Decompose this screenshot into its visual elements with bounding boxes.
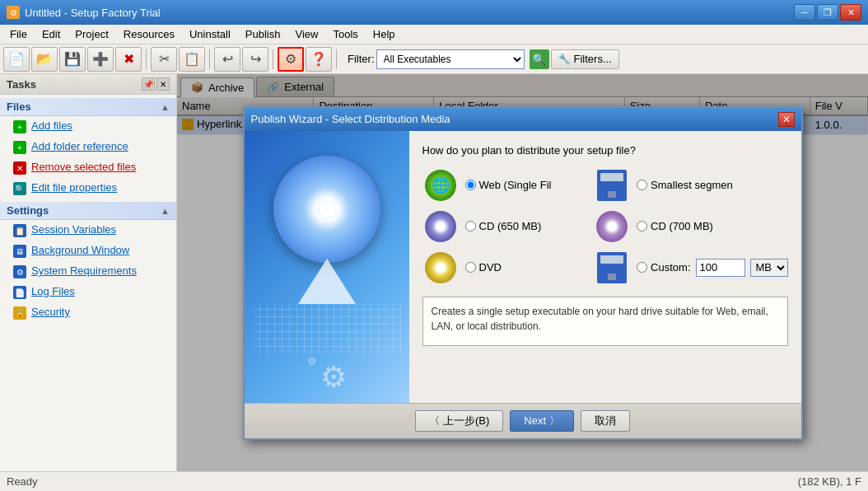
cd-graphic (273, 156, 380, 263)
toolbar-save[interactable]: 💾 (59, 47, 86, 72)
dvd-hole (436, 264, 445, 272)
settings-collapse-icon[interactable]: ▲ (161, 206, 170, 216)
dialog-close-button[interactable]: ✕ (778, 112, 795, 127)
toolbar-delete[interactable]: ✖ (115, 47, 142, 72)
restore-button[interactable]: ❐ (817, 4, 838, 21)
back-button[interactable]: 〈 上一步(B) (415, 410, 503, 432)
dialog-title: Publish Wizard - Select Distribution Med… (251, 113, 450, 125)
floppy-disc-icon (597, 170, 627, 201)
dvd-radio-label[interactable]: DVD (465, 261, 502, 274)
web-radio[interactable] (465, 180, 476, 190)
dvd-radio[interactable] (465, 262, 476, 273)
toolbar-filter-icon[interactable]: 🔍 (530, 49, 549, 69)
option-cd650: CD (650 MB) (422, 211, 588, 242)
next-button[interactable]: Next 〉 (510, 410, 573, 432)
custom-radio[interactable] (637, 262, 647, 273)
files-section-header: Files ▲ (0, 98, 176, 116)
sidebar-item-system-req[interactable]: ⚙ System Requirements (0, 261, 176, 282)
menu-resources[interactable]: Resources (117, 26, 181, 42)
log-files-icon: 📄 (13, 286, 26, 299)
option-smallest: Smallest segmen (594, 170, 787, 201)
dvd-disc-icon (425, 252, 456, 283)
security-icon: 🔒 (13, 306, 26, 320)
menu-edit[interactable]: Edit (35, 26, 67, 42)
toolbar-new[interactable]: 📄 (3, 47, 30, 72)
app-icon: ⚙ (7, 6, 20, 19)
add-files-icon: + (13, 120, 26, 133)
cd700-radio-label[interactable]: CD (700 MB) (637, 220, 713, 232)
sidebar-item-log-files[interactable]: 📄 Log Files (0, 282, 176, 302)
sidebar-item-background-label: Background Window (31, 244, 129, 258)
menu-publish[interactable]: Publish (239, 26, 287, 42)
sidebar-item-add-files-label: Add files (31, 119, 72, 133)
custom-floppy-door (608, 274, 616, 280)
sidebar-item-security[interactable]: 🔒 Security (0, 302, 176, 323)
files-collapse-icon[interactable]: ▲ (161, 102, 170, 112)
toolbar-help[interactable]: ❓ (306, 47, 332, 72)
dialog-footer: 〈 上一步(B) Next 〉 取消 (245, 403, 801, 438)
remove-files-icon: ✕ (13, 161, 26, 175)
session-vars-icon: 📋 (13, 224, 26, 237)
toolbar-open[interactable]: 📂 (31, 47, 58, 72)
toolbar-copy[interactable]: 📋 (179, 47, 205, 72)
toolbar-add[interactable]: ➕ (87, 47, 114, 72)
smallest-radio-label[interactable]: Smallest segmen (637, 179, 733, 191)
menu-project[interactable]: Project (68, 26, 114, 42)
status-right: (182 KB), 1 F (798, 475, 861, 488)
custom-row: Custom: MB (637, 259, 787, 277)
close-button[interactable]: ✕ (840, 4, 861, 21)
sidebar-item-add-files[interactable]: + Add files (0, 116, 176, 137)
menu-help[interactable]: Help (366, 26, 402, 42)
menu-tools[interactable]: Tools (326, 26, 364, 42)
custom-unit-select[interactable]: MB (750, 259, 788, 277)
menu-file[interactable]: File (3, 26, 34, 42)
web-disc-icon: 🌐 (425, 170, 456, 201)
smallest-radio[interactable] (637, 180, 647, 190)
filter-select[interactable]: All Executables (376, 49, 525, 69)
web-icon: 🌐 (422, 170, 459, 201)
dialog-image: ⚙⚙ (245, 131, 409, 403)
app-title: Untitled - Setup Factory Trial (25, 7, 161, 19)
custom-radio-label[interactable]: Custom: (637, 261, 690, 274)
menu-view[interactable]: View (288, 26, 324, 42)
window-controls: ─ ❐ ✕ (794, 4, 861, 21)
toolbar-cut[interactable]: ✂ (151, 47, 177, 72)
cd700-disc-icon (596, 211, 628, 242)
web-label: Web (Single Fil (479, 179, 552, 191)
sidebar-item-session-vars[interactable]: 📋 Session Variables (0, 220, 176, 241)
sidebar-item-security-label: Security (31, 306, 70, 320)
cancel-button[interactable]: 取消 (581, 410, 630, 432)
cd650-radio-label[interactable]: CD (650 MB) (465, 220, 542, 232)
sidebar-item-add-folder[interactable]: + Add folder reference (0, 137, 176, 157)
dvd-label: DVD (479, 261, 502, 274)
description-box: Creates a single setup executable on you… (422, 297, 788, 346)
sidebar-item-remove-files[interactable]: ✕ Remove selected files (0, 157, 176, 178)
custom-floppy-icon (597, 252, 627, 283)
custom-value-input[interactable] (696, 259, 745, 277)
dialog-titlebar: Publish Wizard - Select Distribution Med… (245, 108, 801, 131)
options-grid: 🌐 Web (Single Fil (422, 170, 788, 283)
option-custom: Custom: MB (594, 252, 787, 283)
toolbar-redo[interactable]: ↪ (242, 47, 268, 72)
sidebar-item-add-folder-label: Add folder reference (31, 140, 128, 154)
sidebar-item-edit-props[interactable]: 🔍 Edit file properties (0, 178, 176, 199)
menu-uninstall[interactable]: Uninstall (183, 26, 237, 42)
cd650-radio[interactable] (465, 221, 476, 231)
toolbar-build[interactable]: ⚙ (278, 47, 304, 72)
smallest-label: Smallest segmen (651, 179, 733, 191)
toolbar-undo[interactable]: ↩ (214, 47, 240, 72)
dialog-question: How do you plan to distribute your setup… (422, 144, 788, 157)
panel-close-icon[interactable]: ✕ (156, 77, 170, 91)
panel-title: Tasks (7, 78, 36, 91)
floppy-icon (594, 170, 630, 201)
sidebar-item-background-window[interactable]: 🖥 Background Window (0, 241, 176, 261)
filters-button[interactable]: 🔧 Filters... (551, 49, 619, 69)
panel-pin-icon[interactable]: 📌 (142, 77, 155, 91)
sidebar-item-edit-props-label: Edit file properties (31, 181, 117, 195)
content-area: 📦 Archive 🔗 External Name Destination Lo… (177, 74, 868, 471)
cd700-radio[interactable] (637, 221, 647, 231)
grid-overlay (253, 304, 401, 353)
web-radio-label[interactable]: Web (Single Fil (465, 179, 552, 191)
separator-2 (209, 49, 210, 69)
minimize-button[interactable]: ─ (794, 4, 815, 21)
